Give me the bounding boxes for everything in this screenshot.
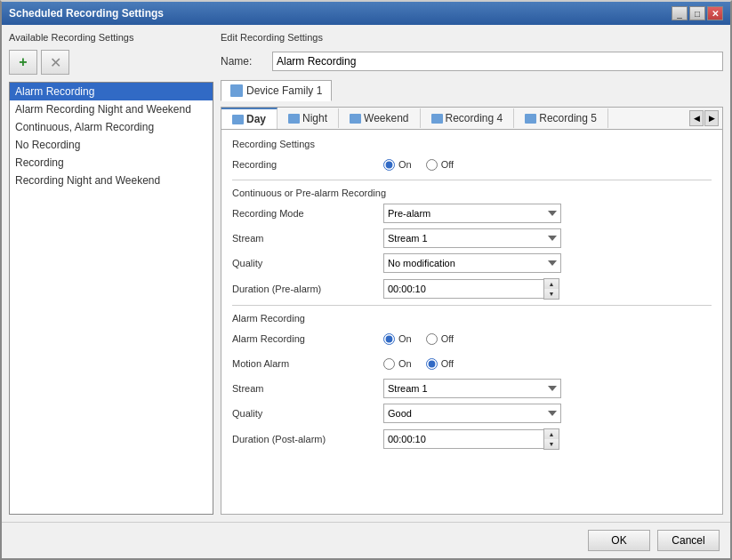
device-tab-icon [230, 84, 243, 97]
tab-nav-right[interactable]: ▶ [704, 110, 719, 126]
list-item[interactable]: Continuous, Alarm Recording [10, 118, 213, 136]
weekend-tab-label: Weekend [364, 112, 408, 124]
motion-alarm-on-label: On [398, 358, 412, 369]
motion-alarm-off-group: Off [426, 358, 454, 370]
add-button[interactable]: + [9, 50, 37, 75]
list-item[interactable]: Recording Night and Weekend [10, 172, 213, 189]
alarm-rec-on-label: On [398, 333, 412, 344]
tab-night[interactable]: Night [278, 108, 339, 128]
stream-dropdown[interactable]: Stream 1 Stream 2 [383, 228, 561, 248]
alarm-recording-section: Alarm Recording Alarm Recording On [232, 305, 712, 450]
duration-post-label: Duration (Post-alarm) [232, 434, 383, 444]
motion-alarm-row: Motion Alarm On Off [232, 354, 712, 373]
quality-row: Quality No modification Good Normal Low [232, 253, 712, 273]
settings-body: Recording Settings Recording On Off [221, 130, 722, 508]
day-tab-icon [232, 115, 244, 124]
weekend-tab-icon [350, 114, 361, 124]
recording-off-radio[interactable] [426, 159, 438, 171]
list-item[interactable]: Alarm Recording [10, 83, 213, 100]
tab-weekend[interactable]: Weekend [339, 108, 420, 128]
recording-field-label: Recording [232, 159, 383, 170]
alarm-rec-on-radio[interactable] [383, 333, 395, 345]
inner-tabs: Day Night Weekend Recording 4 [221, 108, 722, 130]
quality-label: Quality [232, 258, 383, 268]
alarm-rec-off-radio[interactable] [426, 333, 438, 345]
tab-content: Day Night Weekend Recording 4 [221, 107, 723, 515]
maximize-button[interactable]: □ [689, 6, 705, 20]
recording4-tab-icon [431, 114, 443, 124]
duration-pre-row: Duration (Pre-alarm) ▲ ▼ [232, 278, 712, 300]
list-item[interactable]: Alarm Recording Night and Weekend [10, 100, 213, 118]
name-row: Name: [221, 52, 723, 71]
title-bar: Scheduled Recording Settings _ □ ✕ [2, 2, 730, 25]
recording-on-label: On [398, 159, 412, 170]
recording5-tab-label: Recording 5 [539, 112, 597, 124]
device-tab-bar: Device Family 1 [221, 80, 723, 101]
recording-mode-dropdown[interactable]: Pre-alarm Continuous No Recording [383, 204, 561, 223]
motion-alarm-off-radio[interactable] [426, 358, 438, 370]
pre-alarm-section-label: Continuous or Pre-alarm Recording [232, 188, 712, 198]
recording-controls: On Off [383, 159, 454, 171]
device-tab-label: Device Family 1 [246, 84, 322, 97]
alarm-stream-dropdown[interactable]: Stream 1 Stream 2 [383, 379, 561, 398]
title-bar-buttons: _ □ ✕ [672, 6, 723, 20]
edit-panel-title: Edit Recording Settings [221, 32, 723, 43]
recording-on-radio[interactable] [383, 159, 395, 171]
list-item[interactable]: Recording [10, 154, 213, 172]
cancel-button[interactable]: Cancel [657, 530, 720, 551]
quality-dropdown[interactable]: No modification Good Normal Low [383, 253, 561, 273]
device-family-tab[interactable]: Device Family 1 [221, 80, 332, 101]
alarm-rec-controls: On Off [383, 333, 454, 345]
alarm-rec-off-group: Off [426, 333, 454, 345]
list-item[interactable]: No Recording [10, 136, 213, 154]
recordings-list: Alarm Recording Alarm Recording Night an… [9, 82, 213, 515]
tab-recording4[interactable]: Recording 4 [421, 108, 515, 128]
tab-day[interactable]: Day [221, 108, 278, 129]
alarm-recording-section-label: Alarm Recording [232, 313, 712, 324]
motion-alarm-off-label: Off [441, 358, 454, 369]
alarm-rec-row: Alarm Recording On Off [232, 329, 712, 348]
duration-post-spinner: ▲ ▼ [383, 428, 559, 450]
night-tab-label: Night [302, 112, 327, 124]
tab-nav-left[interactable]: ◀ [689, 110, 704, 126]
alarm-rec-off-label: Off [441, 333, 454, 344]
duration-pre-label: Duration (Pre-alarm) [232, 284, 383, 294]
motion-alarm-controls: On Off [383, 358, 454, 370]
night-tab-icon [288, 114, 300, 124]
recording-off-label: Off [441, 159, 454, 170]
duration-pre-input[interactable] [383, 279, 543, 299]
right-panel: Edit Recording Settings Name: Device Fam… [221, 32, 723, 515]
name-input[interactable] [272, 52, 723, 71]
motion-alarm-on-radio[interactable] [383, 358, 395, 370]
alarm-rec-label: Alarm Recording [232, 333, 383, 344]
alarm-rec-on-group: On [383, 333, 412, 345]
alarm-quality-row: Quality Good No modification Normal Low [232, 404, 712, 423]
day-tab-label: Day [246, 113, 266, 125]
recording-mode-label: Recording Mode [232, 208, 383, 219]
tab-recording5[interactable]: Recording 5 [514, 108, 608, 128]
toolbar: + ✕ [9, 50, 213, 75]
alarm-quality-dropdown[interactable]: Good No modification Normal Low [383, 404, 561, 423]
recording-settings-label: Recording Settings [232, 139, 712, 149]
duration-pre-spin-up[interactable]: ▲ [544, 279, 559, 289]
minimize-button[interactable]: _ [672, 6, 688, 20]
recording-on-group: On [383, 159, 412, 171]
left-panel-title: Available Recording Settings [9, 32, 213, 43]
close-button[interactable]: ✕ [707, 6, 723, 20]
stream-label: Stream [232, 233, 383, 244]
duration-post-input[interactable] [383, 429, 543, 449]
duration-post-spin-up[interactable]: ▲ [544, 429, 559, 439]
duration-pre-spin-down[interactable]: ▼ [544, 289, 559, 299]
motion-alarm-label: Motion Alarm [232, 358, 383, 369]
name-label: Name: [221, 55, 265, 68]
duration-pre-spin-buttons: ▲ ▼ [543, 278, 559, 300]
remove-button[interactable]: ✕ [41, 50, 69, 75]
recording-mode-row: Recording Mode Pre-alarm Continuous No R… [232, 204, 712, 223]
alarm-stream-label: Stream [232, 383, 383, 394]
duration-post-spin-down[interactable]: ▼ [544, 439, 559, 449]
duration-post-row: Duration (Post-alarm) ▲ ▼ [232, 428, 712, 450]
tab-nav-arrows: ◀ ▶ [686, 110, 722, 126]
alarm-stream-row: Stream Stream 1 Stream 2 [232, 379, 712, 398]
ok-button[interactable]: OK [588, 530, 650, 551]
alarm-quality-label: Quality [232, 408, 383, 419]
